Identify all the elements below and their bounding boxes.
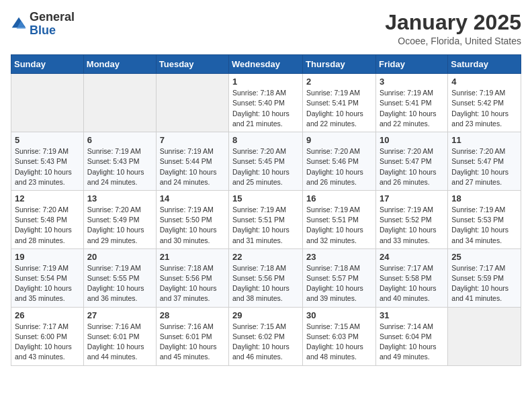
day-detail: Sunrise: 7:20 AM Sunset: 5:49 PM Dayligh… (87, 205, 152, 246)
day-number: 28 (160, 310, 225, 320)
day-number: 9 (306, 135, 372, 145)
calendar-cell: 19Sunrise: 7:19 AM Sunset: 5:54 PM Dayli… (11, 248, 84, 307)
day-header-sunday: Sunday (11, 55, 84, 74)
day-number: 27 (87, 310, 152, 320)
page-header: General Blue January 2025 Ocoee, Florida… (11, 11, 521, 46)
day-detail: Sunrise: 7:16 AM Sunset: 6:01 PM Dayligh… (160, 322, 225, 363)
day-number: 14 (160, 193, 225, 203)
logo-blue-text: Blue (30, 24, 56, 37)
day-number: 11 (451, 135, 517, 145)
day-detail: Sunrise: 7:15 AM Sunset: 6:02 PM Dayligh… (232, 322, 299, 363)
day-detail: Sunrise: 7:18 AM Sunset: 5:56 PM Dayligh… (232, 263, 299, 304)
calendar-cell: 30Sunrise: 7:15 AM Sunset: 6:03 PM Dayli… (303, 307, 376, 365)
calendar-cell: 5Sunrise: 7:19 AM Sunset: 5:43 PM Daylig… (11, 132, 84, 191)
calendar-cell: 16Sunrise: 7:19 AM Sunset: 5:51 PM Dayli… (303, 190, 376, 248)
day-number: 10 (380, 135, 444, 145)
day-header-tuesday: Tuesday (156, 55, 228, 74)
day-number: 13 (87, 193, 152, 203)
day-detail: Sunrise: 7:17 AM Sunset: 5:59 PM Dayligh… (451, 263, 517, 304)
day-detail: Sunrise: 7:19 AM Sunset: 5:41 PM Dayligh… (306, 88, 372, 129)
day-detail: Sunrise: 7:14 AM Sunset: 6:04 PM Dayligh… (380, 322, 444, 363)
calendar-cell: 7Sunrise: 7:19 AM Sunset: 5:44 PM Daylig… (156, 132, 228, 191)
calendar-week-row: 12Sunrise: 7:20 AM Sunset: 5:48 PM Dayli… (11, 190, 521, 248)
day-detail: Sunrise: 7:20 AM Sunset: 5:46 PM Dayligh… (306, 146, 372, 187)
day-detail: Sunrise: 7:18 AM Sunset: 5:40 PM Dayligh… (232, 88, 299, 129)
logo-icon (11, 16, 27, 32)
day-detail: Sunrise: 7:19 AM Sunset: 5:55 PM Dayligh… (87, 263, 152, 304)
calendar-week-row: 5Sunrise: 7:19 AM Sunset: 5:43 PM Daylig… (11, 132, 521, 191)
day-detail: Sunrise: 7:20 AM Sunset: 5:47 PM Dayligh… (451, 146, 517, 187)
day-detail: Sunrise: 7:15 AM Sunset: 6:03 PM Dayligh… (306, 322, 372, 363)
day-number: 25 (451, 252, 517, 262)
calendar-cell: 12Sunrise: 7:20 AM Sunset: 5:48 PM Dayli… (11, 190, 84, 248)
day-detail: Sunrise: 7:19 AM Sunset: 5:50 PM Dayligh… (160, 205, 225, 246)
calendar-cell: 25Sunrise: 7:17 AM Sunset: 5:59 PM Dayli… (448, 248, 521, 307)
day-number: 2 (306, 77, 372, 87)
day-number: 12 (15, 193, 80, 203)
day-header-wednesday: Wednesday (229, 55, 303, 74)
day-detail: Sunrise: 7:19 AM Sunset: 5:43 PM Dayligh… (15, 146, 80, 187)
calendar-header-row: SundayMondayTuesdayWednesdayThursdayFrid… (11, 55, 521, 74)
calendar-cell (83, 74, 156, 132)
day-number: 16 (306, 193, 372, 203)
calendar-week-row: 1Sunrise: 7:18 AM Sunset: 5:40 PM Daylig… (11, 74, 521, 132)
day-number: 21 (160, 252, 225, 262)
day-detail: Sunrise: 7:19 AM Sunset: 5:41 PM Dayligh… (380, 88, 444, 129)
calendar-cell (156, 74, 228, 132)
day-detail: Sunrise: 7:20 AM Sunset: 5:45 PM Dayligh… (232, 146, 299, 187)
day-detail: Sunrise: 7:19 AM Sunset: 5:52 PM Dayligh… (380, 205, 444, 246)
day-detail: Sunrise: 7:19 AM Sunset: 5:51 PM Dayligh… (232, 205, 299, 246)
day-number: 7 (160, 135, 225, 145)
day-header-saturday: Saturday (448, 55, 521, 74)
day-header-thursday: Thursday (303, 55, 376, 74)
day-number: 3 (380, 77, 444, 87)
day-detail: Sunrise: 7:20 AM Sunset: 5:47 PM Dayligh… (380, 146, 444, 187)
calendar-week-row: 26Sunrise: 7:17 AM Sunset: 6:00 PM Dayli… (11, 307, 521, 365)
day-number: 19 (15, 252, 80, 262)
day-number: 30 (306, 310, 372, 320)
day-detail: Sunrise: 7:19 AM Sunset: 5:54 PM Dayligh… (15, 263, 80, 304)
calendar-cell: 21Sunrise: 7:18 AM Sunset: 5:56 PM Dayli… (156, 248, 228, 307)
day-detail: Sunrise: 7:19 AM Sunset: 5:43 PM Dayligh… (87, 146, 152, 187)
calendar-cell: 6Sunrise: 7:19 AM Sunset: 5:43 PM Daylig… (83, 132, 156, 191)
day-detail: Sunrise: 7:17 AM Sunset: 6:00 PM Dayligh… (15, 322, 80, 363)
day-header-friday: Friday (375, 55, 447, 74)
calendar-cell: 27Sunrise: 7:16 AM Sunset: 6:01 PM Dayli… (83, 307, 156, 365)
calendar-week-row: 19Sunrise: 7:19 AM Sunset: 5:54 PM Dayli… (11, 248, 521, 307)
calendar-table: SundayMondayTuesdayWednesdayThursdayFrid… (11, 54, 521, 365)
day-number: 15 (232, 193, 299, 203)
logo: General Blue (11, 11, 75, 38)
day-detail: Sunrise: 7:19 AM Sunset: 5:51 PM Dayligh… (306, 205, 372, 246)
day-number: 23 (306, 252, 372, 262)
day-detail: Sunrise: 7:19 AM Sunset: 5:44 PM Dayligh… (160, 146, 225, 187)
calendar-cell: 22Sunrise: 7:18 AM Sunset: 5:56 PM Dayli… (229, 248, 303, 307)
calendar-cell: 9Sunrise: 7:20 AM Sunset: 5:46 PM Daylig… (303, 132, 376, 191)
title-block: January 2025 Ocoee, Florida, United Stat… (385, 11, 521, 46)
calendar-cell: 23Sunrise: 7:18 AM Sunset: 5:57 PM Dayli… (303, 248, 376, 307)
calendar-cell: 18Sunrise: 7:19 AM Sunset: 5:53 PM Dayli… (448, 190, 521, 248)
day-number: 5 (15, 135, 80, 145)
calendar-cell: 3Sunrise: 7:19 AM Sunset: 5:41 PM Daylig… (375, 74, 447, 132)
calendar-cell: 28Sunrise: 7:16 AM Sunset: 6:01 PM Dayli… (156, 307, 228, 365)
day-number: 17 (380, 193, 444, 203)
calendar-cell: 4Sunrise: 7:19 AM Sunset: 5:42 PM Daylig… (448, 74, 521, 132)
day-number: 18 (451, 193, 517, 203)
calendar-cell: 11Sunrise: 7:20 AM Sunset: 5:47 PM Dayli… (448, 132, 521, 191)
calendar-cell: 15Sunrise: 7:19 AM Sunset: 5:51 PM Dayli… (229, 190, 303, 248)
calendar-cell: 26Sunrise: 7:17 AM Sunset: 6:00 PM Dayli… (11, 307, 84, 365)
day-number: 26 (15, 310, 80, 320)
calendar-cell: 8Sunrise: 7:20 AM Sunset: 5:45 PM Daylig… (229, 132, 303, 191)
day-number: 31 (380, 310, 444, 320)
calendar-cell: 29Sunrise: 7:15 AM Sunset: 6:02 PM Dayli… (229, 307, 303, 365)
day-header-monday: Monday (83, 55, 156, 74)
day-detail: Sunrise: 7:18 AM Sunset: 5:56 PM Dayligh… (160, 263, 225, 304)
calendar-cell: 13Sunrise: 7:20 AM Sunset: 5:49 PM Dayli… (83, 190, 156, 248)
day-number: 29 (232, 310, 299, 320)
day-detail: Sunrise: 7:16 AM Sunset: 6:01 PM Dayligh… (87, 322, 152, 363)
day-detail: Sunrise: 7:18 AM Sunset: 5:57 PM Dayligh… (306, 263, 372, 304)
day-number: 4 (451, 77, 517, 87)
calendar-cell: 24Sunrise: 7:17 AM Sunset: 5:58 PM Dayli… (375, 248, 447, 307)
location-subtitle: Ocoee, Florida, United States (385, 36, 521, 46)
month-year-title: January 2025 (385, 11, 521, 34)
day-detail: Sunrise: 7:19 AM Sunset: 5:53 PM Dayligh… (451, 205, 517, 246)
